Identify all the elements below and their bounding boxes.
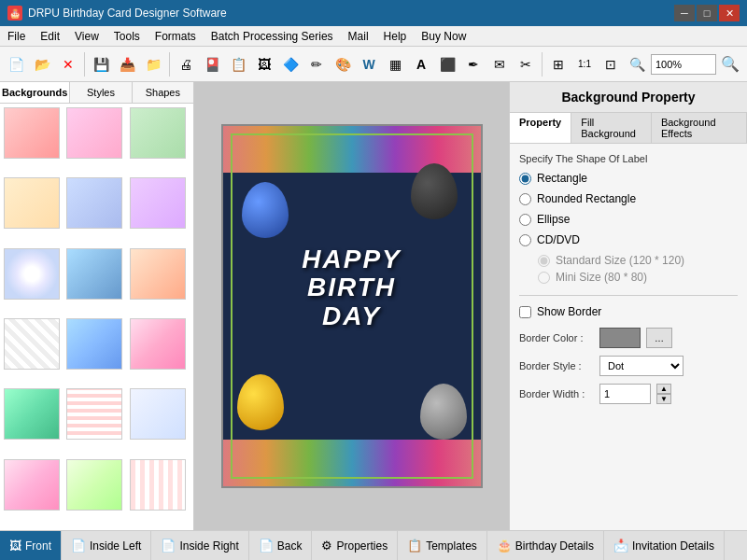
shape-rectangle-radio[interactable] (519, 173, 531, 185)
word-button[interactable]: W (357, 52, 381, 77)
menu-edit[interactable]: Edit (33, 28, 67, 45)
border-width-spinner[interactable]: ▲ ▼ (656, 384, 671, 404)
prop-tab-fill[interactable]: Fill Background (571, 113, 652, 143)
right-panel: Background Property Property Fill Backgr… (509, 82, 747, 530)
align-button[interactable]: ⬛ (435, 52, 459, 77)
zoom-out-button[interactable]: 🔍 (718, 52, 742, 77)
print-button[interactable]: 🖨 (174, 52, 198, 77)
scissors-button[interactable]: ✂ (514, 52, 538, 77)
bottom-tab-back-label: Back (277, 539, 303, 553)
bottom-tab-back[interactable]: 📄 Back (249, 531, 313, 560)
saveas-button[interactable]: 📥 (115, 52, 139, 77)
bg-thumb-10[interactable] (4, 318, 60, 370)
window-controls[interactable]: ─ □ ✕ (674, 5, 740, 21)
card-canvas[interactable]: HAPPYBIRTHDAY (221, 124, 483, 488)
menu-file[interactable]: File (0, 28, 33, 45)
border-color-browse-button[interactable]: … (646, 328, 672, 348)
image-button[interactable]: 🖼 (252, 52, 276, 77)
bg-thumb-17[interactable] (66, 459, 122, 511)
open-button[interactable]: 📂 (30, 52, 54, 77)
prop-tab-property[interactable]: Property (510, 113, 571, 143)
bottom-tab-inside-right[interactable]: 📄 Inside Right (151, 531, 248, 560)
tab-styles[interactable]: Styles (70, 82, 132, 103)
text-button[interactable]: A (409, 52, 433, 77)
fit-button[interactable]: ⊡ (599, 52, 623, 77)
bg-thumb-4[interactable] (4, 177, 60, 229)
bg-thumb-7[interactable] (4, 248, 60, 300)
sign-button[interactable]: ✒ (461, 52, 486, 77)
bottom-tab-invitation[interactable]: 📩 Invitation Details (604, 531, 725, 560)
cd-standard-radio[interactable] (538, 255, 550, 267)
bg-thumb-11[interactable] (66, 318, 122, 370)
bg-thumb-15[interactable] (130, 388, 186, 440)
tab-backgrounds[interactable]: Backgrounds (0, 82, 70, 103)
bottom-tab-templates[interactable]: 📋 Templates (398, 531, 487, 560)
copy-button[interactable]: 📋 (226, 52, 250, 77)
bottom-tab-inside-left[interactable]: 📄 Inside Left (62, 531, 151, 560)
save-button[interactable]: 💾 (89, 52, 113, 77)
minimize-button[interactable]: ─ (674, 5, 695, 21)
canvas-area[interactable]: HAPPYBIRTHDAY (194, 82, 509, 530)
bg-thumb-1[interactable] (4, 107, 60, 159)
shape-rounded-radio[interactable] (519, 193, 531, 205)
close-red-button[interactable]: ✕ (56, 52, 80, 77)
bg-thumb-2[interactable] (66, 107, 122, 159)
bg-thumb-18[interactable] (130, 459, 186, 511)
bg-thumb-14[interactable] (66, 388, 122, 440)
bg-thumb-12[interactable] (130, 318, 186, 370)
menu-view[interactable]: View (67, 28, 106, 45)
email-button[interactable]: ✉ (487, 52, 512, 77)
bg-thumb-13[interactable] (4, 388, 60, 440)
shape-cddvd-radio[interactable] (519, 234, 531, 246)
border-style-select[interactable]: Solid Dot Dash DashDot (599, 356, 684, 376)
bg-thumb-16[interactable] (4, 459, 60, 511)
ratio-button[interactable]: 1:1 (572, 52, 597, 77)
menu-tools[interactable]: Tools (106, 28, 148, 45)
color-button[interactable]: 🎨 (331, 52, 355, 77)
menu-buynow[interactable]: Buy Now (414, 28, 473, 45)
birthday-icon: 🎂 (497, 539, 512, 553)
shape-cddvd-label: CD/DVD (537, 233, 580, 246)
bg-thumb-6[interactable] (130, 177, 186, 229)
border-color-swatch[interactable] (599, 328, 641, 348)
shape-ellipse-radio[interactable] (519, 214, 531, 226)
shape-button[interactable]: 🔷 (278, 52, 303, 77)
bg-thumb-5[interactable] (66, 177, 122, 229)
bottom-tab-properties[interactable]: ⚙ Properties (312, 531, 398, 560)
tab-shapes[interactable]: Shapes (133, 82, 193, 103)
spin-up-button[interactable]: ▲ (656, 384, 671, 394)
bottom-tab-birthday[interactable]: 🎂 Birthday Details (487, 531, 604, 560)
show-border-label: Show Border (537, 305, 601, 318)
menu-formats[interactable]: Formats (148, 28, 204, 45)
bottom-tab-bar: 🖼 Front 📄 Inside Left 📄 Inside Right 📄 B… (0, 530, 747, 560)
floral-bottom (223, 440, 481, 486)
barcode-button[interactable]: ▦ (383, 52, 407, 77)
zoom-in-button[interactable]: 🔍 (625, 52, 649, 77)
border-width-input[interactable] (599, 384, 651, 404)
shape-rounded-row: Rounded Rectangle (519, 192, 738, 205)
menu-batch[interactable]: Batch Processing Series (204, 28, 341, 45)
folder-button[interactable]: 📁 (141, 52, 165, 77)
property-tabs: Property Fill Background Background Effe… (510, 113, 747, 144)
grid-button[interactable]: ⊞ (546, 52, 571, 77)
bg-thumb-8[interactable] (66, 248, 122, 300)
zoom-input[interactable] (651, 54, 716, 75)
spin-down-button[interactable]: ▼ (656, 394, 671, 404)
bg-thumb-9[interactable] (130, 248, 186, 300)
card-button[interactable]: 🎴 (200, 52, 224, 77)
new-button[interactable]: 📄 (4, 52, 28, 77)
shape-ellipse-row: Ellipse (519, 213, 738, 226)
maximize-button[interactable]: □ (697, 5, 717, 21)
menu-help[interactable]: Help (376, 28, 415, 45)
cd-mini-radio[interactable] (538, 272, 550, 284)
show-border-checkbox[interactable] (519, 306, 531, 318)
front-icon: 🖼 (9, 539, 21, 553)
draw-button[interactable]: ✏ (304, 52, 329, 77)
bg-thumb-3[interactable] (130, 107, 186, 159)
bottom-tab-front[interactable]: 🖼 Front (0, 531, 62, 560)
close-button[interactable]: ✕ (719, 5, 740, 21)
toolbar: 📄 📂 ✕ 💾 📥 📁 🖨 🎴 📋 🖼 🔷 ✏ 🎨 W ▦ A ⬛ ✒ ✉ ✂ … (0, 47, 747, 82)
prop-tab-effects[interactable]: Background Effects (652, 113, 747, 143)
menu-mail[interactable]: Mail (341, 28, 376, 45)
cd-standard-row: Standard Size (120 * 120) (538, 254, 738, 267)
